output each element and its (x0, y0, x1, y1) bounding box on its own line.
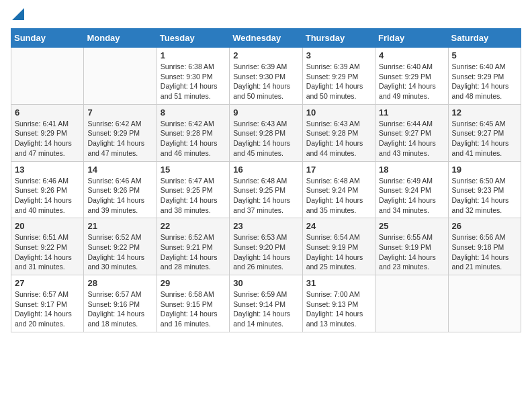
day-info-text: Sunrise: 6:57 AM (15, 289, 80, 300)
calendar-cell: 2Sunrise: 6:39 AMSunset: 9:30 PMDaylight… (230, 48, 302, 105)
weekday-header-friday: Friday (375, 29, 448, 48)
day-info-text: Sunrise: 6:53 AM (233, 232, 298, 242)
day-info-text: Sunset: 9:18 PM (452, 242, 517, 253)
calendar-cell: 28Sunrise: 6:57 AMSunset: 9:16 PMDayligh… (84, 275, 157, 332)
day-info-text: Sunrise: 6:40 AM (452, 62, 517, 72)
day-number: 29 (161, 278, 226, 288)
day-info-text: Sunset: 9:23 PM (452, 185, 517, 195)
day-number: 22 (161, 221, 226, 231)
day-info-text: Sunrise: 6:46 AM (15, 176, 80, 186)
day-info-text: Sunrise: 6:41 AM (15, 119, 80, 129)
day-number: 28 (87, 278, 152, 288)
day-info-text: Sunrise: 6:48 AM (233, 176, 298, 186)
calendar-cell: 21Sunrise: 6:52 AMSunset: 9:22 PMDayligh… (84, 218, 157, 275)
day-info-text: Daylight: 14 hours and 46 minutes. (161, 138, 226, 158)
day-info-text: Daylight: 14 hours and 25 minutes. (306, 253, 371, 272)
day-info-text: Sunrise: 6:48 AM (306, 176, 371, 186)
day-info-text: Sunrise: 6:39 AM (306, 62, 371, 72)
day-info-text: Daylight: 14 hours and 38 minutes. (161, 195, 226, 215)
day-info-text: Sunrise: 6:40 AM (379, 62, 444, 72)
day-info-text: Daylight: 14 hours and 14 minutes. (233, 309, 298, 328)
weekday-header-tuesday: Tuesday (157, 29, 229, 48)
day-info-text: Sunset: 9:14 PM (233, 300, 298, 310)
day-info-text: Daylight: 14 hours and 41 minutes. (452, 138, 517, 158)
calendar-cell: 13Sunrise: 6:46 AMSunset: 9:26 PMDayligh… (11, 161, 84, 218)
calendar-cell: 16Sunrise: 6:48 AMSunset: 9:25 PMDayligh… (230, 161, 302, 218)
calendar-cell: 20Sunrise: 6:51 AMSunset: 9:22 PMDayligh… (11, 218, 84, 275)
day-info-text: Sunrise: 6:57 AM (87, 289, 152, 300)
calendar-cell (448, 275, 521, 332)
calendar-cell (375, 275, 448, 332)
calendar-cell (84, 48, 157, 105)
day-number: 7 (87, 107, 152, 118)
day-info-text: Sunset: 9:15 PM (161, 300, 226, 310)
calendar-week-row: 20Sunrise: 6:51 AMSunset: 9:22 PMDayligh… (11, 218, 521, 275)
day-number: 5 (452, 50, 517, 60)
day-info-text: Sunset: 9:29 PM (15, 128, 80, 138)
day-info-text: Sunrise: 6:43 AM (306, 119, 371, 129)
calendar-cell: 17Sunrise: 6:48 AMSunset: 9:24 PMDayligh… (302, 161, 375, 218)
day-number: 4 (379, 50, 444, 60)
day-number: 19 (452, 165, 517, 175)
day-info-text: Daylight: 14 hours and 28 minutes. (161, 253, 226, 272)
calendar-cell: 27Sunrise: 6:57 AMSunset: 9:17 PMDayligh… (11, 275, 84, 332)
weekday-header-monday: Monday (84, 29, 157, 48)
day-info-text: Sunset: 9:17 PM (15, 300, 80, 310)
day-info-text: Daylight: 14 hours and 20 minutes. (15, 309, 80, 328)
svg-marker-0 (12, 8, 24, 20)
calendar-cell: 18Sunrise: 6:49 AMSunset: 9:24 PMDayligh… (375, 161, 448, 218)
day-info-text: Sunrise: 6:52 AM (87, 232, 152, 242)
day-info-text: Sunset: 9:29 PM (379, 72, 444, 82)
day-number: 6 (15, 107, 80, 118)
day-info-text: Sunrise: 6:50 AM (452, 176, 517, 186)
day-info-text: Sunrise: 6:44 AM (379, 119, 444, 129)
day-info-text: Daylight: 14 hours and 31 minutes. (15, 253, 80, 272)
calendar-cell (11, 48, 84, 105)
calendar-table: SundayMondayTuesdayWednesdayThursdayFrid… (11, 28, 521, 332)
day-info-text: Sunset: 9:28 PM (306, 128, 371, 138)
day-info-text: Sunrise: 6:52 AM (161, 232, 226, 242)
day-info-text: Daylight: 14 hours and 50 minutes. (306, 81, 371, 101)
calendar-cell: 10Sunrise: 6:43 AMSunset: 9:28 PMDayligh… (302, 104, 375, 161)
day-info-text: Sunrise: 6:46 AM (87, 176, 152, 186)
day-info-text: Daylight: 14 hours and 47 minutes. (15, 138, 80, 158)
calendar-cell: 25Sunrise: 6:55 AMSunset: 9:19 PMDayligh… (375, 218, 448, 275)
calendar-week-row: 1Sunrise: 6:38 AMSunset: 9:30 PMDaylight… (11, 48, 521, 105)
day-number: 17 (306, 165, 371, 175)
day-info-text: Daylight: 14 hours and 47 minutes. (87, 138, 152, 158)
calendar-header-row: SundayMondayTuesdayWednesdayThursdayFrid… (11, 29, 521, 48)
day-info-text: Sunset: 9:21 PM (161, 242, 226, 253)
calendar-cell: 31Sunrise: 7:00 AMSunset: 9:13 PMDayligh… (302, 275, 375, 332)
logo-triangle-icon (12, 8, 24, 20)
day-info-text: Sunset: 9:29 PM (452, 72, 517, 82)
day-info-text: Sunset: 9:24 PM (379, 185, 444, 195)
calendar-cell: 14Sunrise: 6:46 AMSunset: 9:26 PMDayligh… (84, 161, 157, 218)
day-number: 18 (379, 165, 444, 175)
calendar-cell: 8Sunrise: 6:42 AMSunset: 9:28 PMDaylight… (157, 104, 229, 161)
calendar-cell: 29Sunrise: 6:58 AMSunset: 9:15 PMDayligh… (157, 275, 229, 332)
day-info-text: Daylight: 14 hours and 21 minutes. (452, 253, 517, 272)
day-number: 11 (379, 107, 444, 118)
day-info-text: Daylight: 14 hours and 39 minutes. (87, 195, 152, 215)
day-info-text: Daylight: 14 hours and 48 minutes. (452, 81, 517, 101)
day-info-text: Sunrise: 6:47 AM (161, 176, 226, 186)
day-info-text: Sunrise: 6:58 AM (161, 289, 226, 300)
calendar-cell: 6Sunrise: 6:41 AMSunset: 9:29 PMDaylight… (11, 104, 84, 161)
day-number: 1 (161, 50, 226, 60)
day-number: 2 (233, 50, 298, 60)
calendar-week-row: 27Sunrise: 6:57 AMSunset: 9:17 PMDayligh… (11, 275, 521, 332)
day-number: 24 (306, 221, 371, 231)
day-info-text: Sunrise: 6:39 AM (233, 62, 298, 72)
day-info-text: Sunrise: 6:56 AM (452, 232, 517, 242)
day-number: 21 (87, 221, 152, 231)
day-number: 8 (161, 107, 226, 118)
day-info-text: Sunset: 9:19 PM (306, 242, 371, 253)
calendar-cell: 3Sunrise: 6:39 AMSunset: 9:29 PMDaylight… (302, 48, 375, 105)
calendar-week-row: 13Sunrise: 6:46 AMSunset: 9:26 PMDayligh… (11, 161, 521, 218)
day-info-text: Sunset: 9:16 PM (87, 300, 152, 310)
day-number: 20 (15, 221, 80, 231)
day-number: 25 (379, 221, 444, 231)
day-info-text: Daylight: 14 hours and 45 minutes. (233, 138, 298, 158)
calendar-cell: 23Sunrise: 6:53 AMSunset: 9:20 PMDayligh… (230, 218, 302, 275)
day-info-text: Daylight: 14 hours and 51 minutes. (161, 81, 226, 101)
